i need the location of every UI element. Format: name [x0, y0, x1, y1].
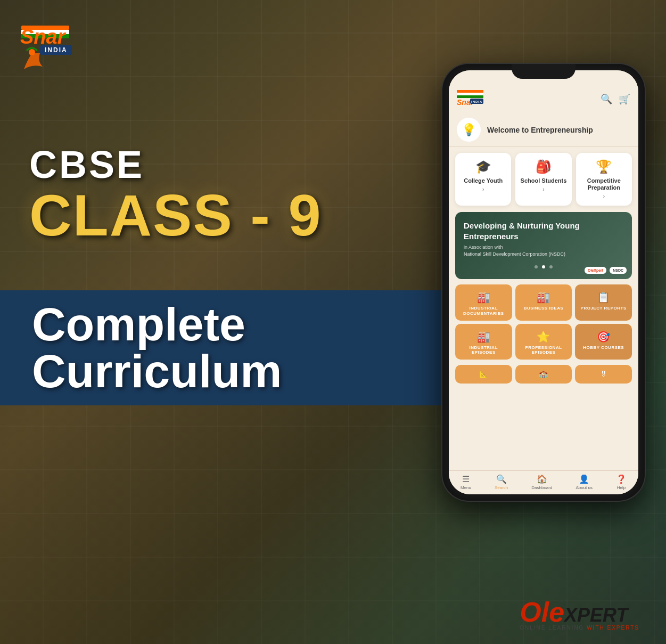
partial-icon-2: 🏫	[539, 370, 548, 378]
grid-partial-3[interactable]: 🎖	[575, 365, 632, 384]
phone-mockup: Snar INDIA 🔍 🛒 💡 Welcome to Entrepreneur…	[442, 64, 655, 570]
project-reports-icon: 📋	[578, 291, 629, 304]
category-school-students[interactable]: 🎒 School Students ›	[515, 153, 571, 206]
grid-industrial-docs[interactable]: 🏭 INDUSTRIAL DOCUMENTARIES	[455, 284, 512, 320]
hobby-courses-label: HOBBY COURSES	[578, 345, 629, 350]
school-students-icon: 🎒	[520, 159, 567, 174]
dashboard-label: Dashboard	[531, 485, 552, 490]
cbse-label: CBSE	[29, 144, 322, 186]
grid-partial-1[interactable]: 📐	[455, 365, 512, 384]
hero-dot-3	[549, 265, 553, 268]
svg-text:INDIA: INDIA	[471, 100, 482, 103]
college-youth-icon: 🎓	[459, 159, 507, 174]
svg-text:Snar: Snar	[20, 26, 67, 48]
svg-text:INDIA: INDIA	[45, 46, 68, 54]
nav-menu[interactable]: ☰ Menu	[461, 474, 471, 490]
class-label: CLASS - 9	[29, 186, 322, 244]
nav-search[interactable]: 🔍 Search	[495, 474, 508, 490]
cbse-title-area: CBSE CLASS - 9	[29, 144, 322, 244]
bottom-nav: ☰ Menu 🔍 Search 🏠 Dashboard 👤 About us ❓	[449, 470, 638, 494]
nav-about[interactable]: 👤 About us	[575, 474, 593, 490]
hero-partner: National Skill Development Corporation (…	[464, 251, 623, 257]
phone-screen: Snar INDIA 🔍 🛒 💡 Welcome to Entrepreneur…	[449, 70, 638, 494]
project-reports-label: PROJECT REPORTS	[578, 306, 629, 311]
welcome-banner: 💡 Welcome to Entrepreneurship	[449, 113, 638, 146]
menu-label: Menu	[461, 485, 471, 490]
college-youth-label: College Youth	[459, 177, 507, 184]
svg-point-7	[29, 49, 35, 55]
search-nav-icon: 🔍	[496, 474, 507, 484]
expert-text: XPERT	[564, 604, 628, 626]
about-label: About us	[575, 485, 593, 490]
menu-icon: ☰	[462, 474, 470, 484]
phone-outer-frame: Snar INDIA 🔍 🛒 💡 Welcome to Entrepreneur…	[442, 64, 645, 501]
grid-project-reports[interactable]: 📋 PROJECT REPORTS	[575, 284, 632, 320]
industrial-docs-icon: 🏭	[458, 291, 509, 304]
professional-episodes-label: PROFESSIONAL EPISODES	[519, 345, 569, 355]
welcome-text: Welcome to Entrepreneurship	[487, 126, 593, 134]
search-label: Search	[495, 485, 508, 490]
app-logo: Snar INDIA	[457, 89, 483, 109]
category-section: 🎓 College Youth › 🎒 School Students › 🏆 …	[449, 146, 638, 212]
grid-professional-episodes[interactable]: ⭐ PROFESSIONAL EPISODES	[515, 324, 572, 360]
business-ideas-label: BUSINESS IDEAS	[519, 306, 569, 311]
help-icon: ❓	[616, 474, 627, 484]
hero-dot-1	[535, 265, 538, 268]
search-icon[interactable]: 🔍	[601, 93, 612, 105]
category-competitive[interactable]: 🏆 Competitive Preparation ›	[576, 153, 632, 206]
ole-expert-tagline: ONLINE LEARNING WITH EXPERTS	[520, 625, 639, 631]
nav-dashboard[interactable]: 🏠 Dashboard	[531, 474, 552, 490]
dashboard-icon: 🏠	[537, 474, 547, 484]
ole-expert-branding: Ole XPERT ONLINE LEARNING WITH EXPERTS	[520, 596, 639, 631]
hero-logos: OleXpert NSDC	[585, 267, 627, 274]
category-college-youth[interactable]: 🎓 College Youth ›	[455, 153, 511, 206]
nav-help[interactable]: ❓ Help	[616, 474, 627, 490]
partial-icon-1: 📐	[479, 370, 488, 378]
partial-icon-3: 🎖	[600, 370, 607, 378]
grid-hobby-courses[interactable]: 🎯 HOBBY COURSES	[575, 324, 632, 360]
industrial-docs-label: INDUSTRIAL DOCUMENTARIES	[458, 306, 509, 316]
school-students-label: School Students	[520, 177, 567, 184]
professional-episodes-icon: ⭐	[519, 330, 569, 343]
ole-expert-badge: OleXpert	[585, 267, 606, 274]
college-youth-arrow: ›	[459, 186, 507, 192]
app-header-icons: 🔍 🛒	[601, 93, 630, 105]
svg-rect-9	[457, 93, 483, 95]
competitive-label: Competitive Preparation	[580, 177, 628, 191]
hobby-courses-icon: 🎯	[578, 330, 629, 343]
grid-menu: 🏭 INDUSTRIAL DOCUMENTARIES 🏭 BUSINESS ID…	[449, 279, 638, 364]
ole-text: Ole	[520, 596, 564, 628]
industrial-episodes-icon: 🏭	[458, 330, 509, 343]
school-students-arrow: ›	[520, 186, 567, 192]
industrial-episodes-label: INDUSTRIAL EPISODES	[458, 345, 509, 355]
phone-notch	[512, 64, 575, 79]
business-ideas-icon: 🏭	[519, 291, 569, 304]
hero-dot-2	[542, 265, 545, 268]
competitive-icon: 🏆	[580, 159, 628, 174]
cart-icon[interactable]: 🛒	[619, 93, 630, 105]
grid-partial-row: 📐 🏫 🎖	[449, 365, 638, 387]
hero-banner: Developing & Nurturing Young Entrepreneu…	[455, 212, 632, 279]
help-label: Help	[617, 485, 626, 490]
competitive-arrow: ›	[580, 193, 628, 199]
svg-rect-8	[457, 90, 483, 93]
grid-industrial-episodes[interactable]: 🏭 INDUSTRIAL EPISODES	[455, 324, 512, 360]
snar-india-logo: Snar INDIA	[16, 11, 91, 87]
grid-business-ideas[interactable]: 🏭 BUSINESS IDEAS	[515, 284, 572, 320]
nsdc-badge: NSDC	[610, 267, 627, 274]
welcome-icon: 💡	[457, 118, 481, 142]
hero-assoc: in Association with	[464, 244, 623, 250]
about-icon: 👤	[579, 474, 589, 484]
hero-title: Developing & Nurturing Young Entrepreneu…	[464, 221, 623, 241]
grid-partial-2[interactable]: 🏫	[515, 365, 572, 384]
